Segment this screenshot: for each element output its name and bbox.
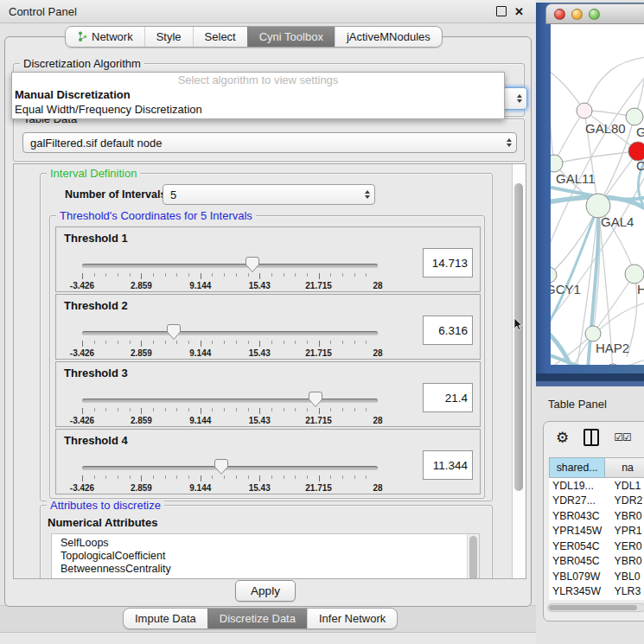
- panel-title: Control Panel: [9, 5, 77, 18]
- threshold-2-slider[interactable]: -3.426 2.859 9.144 15.43 21.715 28: [82, 328, 378, 359]
- threshold-4-panel: Threshold 4 -3.426 2.859 9.: [55, 429, 481, 494]
- table-row[interactable]: YER054CYER0: [549, 539, 644, 554]
- table-row[interactable]: YDR27...YDR2: [549, 494, 644, 509]
- threshold-3-slider[interactable]: -3.426 2.859 9.144 15.43 21.715 28: [82, 395, 378, 426]
- node-hap2[interactable]: [585, 326, 601, 341]
- node-gal11[interactable]: [551, 155, 563, 172]
- node-gcy1[interactable]: [551, 267, 557, 283]
- select-columns-icon[interactable]: ☑☑: [614, 431, 631, 443]
- threshold-2-value-field[interactable]: 6.316: [423, 316, 473, 345]
- dropdown-option-manual-discretization[interactable]: Manual Discretization: [12, 87, 504, 102]
- table-row[interactable]: YPR145WYPR1: [549, 524, 644, 539]
- attributes-list-scrollbar[interactable]: [467, 534, 479, 579]
- dropdown-placeholder-option[interactable]: Select algorithm to view settings: [12, 73, 504, 87]
- threshold-4-slider[interactable]: -3.426 2.859 9.144 15.43 21.715 28: [82, 462, 378, 494]
- interval-definition-group-title: Interval Definition: [47, 167, 140, 180]
- scrollbar-thumb[interactable]: [549, 605, 637, 610]
- settings-vertical-scrollbar[interactable]: [512, 164, 526, 578]
- minimize-traffic-light-icon[interactable]: [571, 9, 583, 20]
- slider-ticks: [82, 273, 378, 279]
- slider-track[interactable]: [82, 399, 378, 403]
- slider-ticks: [82, 475, 378, 481]
- mouse-cursor: [513, 318, 524, 332]
- threshold-3-label: Threshold 3: [64, 367, 128, 379]
- column-header-name[interactable]: na: [605, 457, 644, 478]
- threshold-coordinates-group: Threshold's Coordinates for 5 Intervals …: [49, 215, 485, 499]
- scrollbar-thumb[interactable]: [514, 183, 523, 491]
- network-canvas[interactable]: GAL80GACGAL11GAL4GCY1HAHAP2: [551, 24, 644, 365]
- network-canvas-svg: GAL80GACGAL11GAL4GCY1HAHAP2: [551, 24, 644, 365]
- discretization-algorithm-group-title: Discretization Algorithm: [20, 57, 144, 70]
- slider-tick-labels: -3.426 2.859 9.144 15.43 21.715 28: [82, 416, 378, 426]
- node-gal80[interactable]: [577, 103, 592, 118]
- node-h[interactable]: [625, 265, 644, 284]
- combo-stepper-icon: [517, 94, 522, 103]
- close-icon[interactable]: ✕: [514, 6, 524, 17]
- dropdown-option-equal-width[interactable]: Equal Width/Frequency Discretization: [12, 102, 504, 117]
- slider-tick-labels: -3.426 2.859 9.144 15.43 21.715 28: [82, 348, 378, 359]
- node-gal11-label: GAL11: [556, 171, 596, 186]
- slider-track[interactable]: [82, 264, 378, 268]
- threshold-2-panel: Threshold 2 -3.426 2.859 9.: [55, 294, 481, 360]
- slider-track[interactable]: [82, 331, 378, 335]
- number-of-intervals-combobox[interactable]: 5: [163, 184, 375, 205]
- threshold-1-label: Threshold 1: [64, 232, 128, 245]
- tab-impute-data[interactable]: Impute Data: [124, 609, 207, 628]
- table-row[interactable]: YLR345WYLR3: [549, 584, 644, 600]
- slider-ticks: [82, 408, 378, 414]
- number-of-intervals-label: Number of Intervals: [65, 188, 166, 201]
- table-panel-title: Table Panel: [548, 398, 607, 411]
- network-icon: [77, 31, 87, 42]
- list-item[interactable]: SelfLoops: [52, 534, 479, 550]
- threshold-coordinates-group-title: Threshold's Coordinates for 5 Intervals: [56, 209, 256, 222]
- node-top-right[interactable]: [626, 108, 643, 125]
- slider-thumb[interactable]: [309, 392, 323, 408]
- table-body: YDL19...YDL1 YDR27...YDR2 YBR043CYBR0 YP…: [549, 478, 644, 600]
- threshold-4-label: Threshold 4: [64, 434, 128, 447]
- threshold-3-value-field[interactable]: 21.4: [423, 383, 473, 412]
- slider-ticks: [82, 341, 378, 347]
- tab-select[interactable]: Select: [193, 27, 247, 47]
- tab-jactivemnodules[interactable]: jActiveMNodules: [335, 27, 442, 47]
- close-traffic-light-icon[interactable]: [554, 9, 565, 20]
- table-horizontal-scrollbar[interactable]: [547, 603, 644, 612]
- table-header-row: shared... na: [549, 457, 644, 478]
- node-gcy1-label: GCY1: [551, 282, 581, 296]
- table-row[interactable]: YBR045CYBR0: [549, 554, 644, 570]
- gear-icon[interactable]: ⚙: [556, 430, 569, 445]
- threshold-1-slider[interactable]: -3.426 2.859 9.144 15.43 21.715 28: [82, 260, 378, 291]
- tab-style[interactable]: Style: [144, 27, 193, 47]
- table-row[interactable]: YDL19...YDL1: [549, 478, 644, 494]
- threshold-2-label: Threshold 2: [64, 299, 128, 312]
- create-column-icon[interactable]: [583, 429, 599, 446]
- tab-cyni-toolbox[interactable]: Cyni Toolbox: [247, 27, 335, 47]
- table-row[interactable]: YBR043CYBR0: [549, 508, 644, 524]
- tab-infer-network[interactable]: Infer Network: [307, 609, 397, 628]
- threshold-1-value-field[interactable]: 14.713: [423, 248, 473, 277]
- apply-button[interactable]: Apply: [235, 580, 296, 602]
- slider-track[interactable]: [82, 466, 378, 470]
- float-window-icon[interactable]: [496, 6, 507, 16]
- zoom-traffic-light-icon[interactable]: [589, 9, 600, 20]
- column-header-shared-name[interactable]: shared...: [549, 457, 605, 478]
- list-item[interactable]: BetweennessCentrality: [52, 563, 479, 576]
- list-item[interactable]: TopologicalCoefficient: [52, 550, 479, 563]
- window-frame-bottom: [536, 381, 644, 386]
- threshold-4-value-field[interactable]: 11.344: [423, 450, 473, 480]
- network-window-titlebar[interactable]: [545, 3, 644, 24]
- table-row[interactable]: YBL079WYBL0: [549, 569, 644, 584]
- slider-thumb[interactable]: [245, 257, 260, 273]
- tab-network[interactable]: Network: [66, 27, 144, 47]
- table-panel: ⚙ ☑☑ shared... na YDL19...YDL1 YDR27...Y…: [543, 421, 644, 622]
- table-row[interactable]: YIL053CYIL0: [549, 599, 644, 600]
- node-h-label: HA: [637, 282, 644, 296]
- scrollbar-thumb[interactable]: [469, 536, 477, 579]
- tab-discretize-data[interactable]: Discretize Data: [207, 609, 307, 628]
- control-panel-titlebar: Control Panel ✕: [0, 0, 536, 23]
- table-data-combobox[interactable]: galFiltered.sif default node: [22, 132, 517, 153]
- slider-thumb[interactable]: [214, 459, 229, 475]
- settings-scrollpane: Interval Definition Number of Intervals …: [13, 163, 526, 579]
- slider-thumb[interactable]: [167, 324, 182, 341]
- number-of-intervals-value: 5: [170, 188, 176, 201]
- node-bottom[interactable]: [605, 364, 621, 365]
